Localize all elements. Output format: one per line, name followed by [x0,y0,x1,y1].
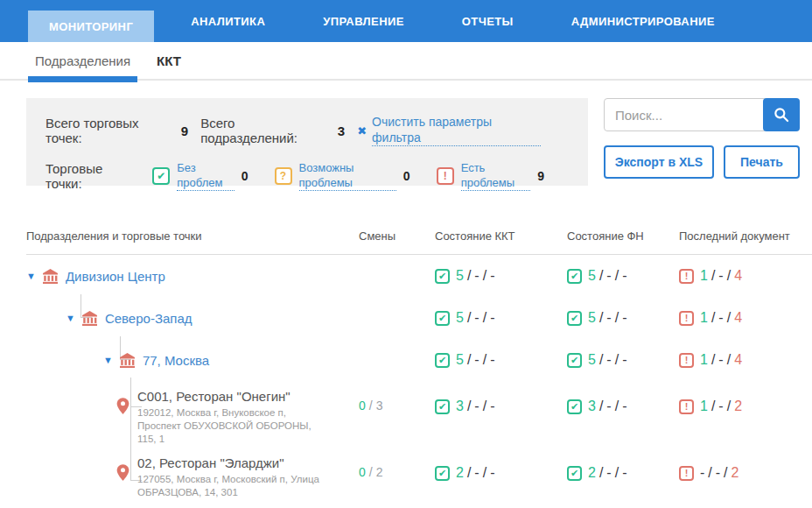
fn-ok-icon: ✔ [567,466,582,481]
location-pin-icon [116,396,130,416]
clear-filter-link[interactable]: ✖ Очистить параметры фильтра [357,115,541,146]
fn-warn-count: - [606,310,611,326]
collapse-triangle-icon[interactable]: ▼ [103,355,113,365]
fn-warn-count: - [606,268,611,284]
outlet-address: 127055, Москва г, Московский п, Улица ОБ… [137,473,326,499]
tab-divisions[interactable]: Подразделения [28,42,137,79]
chip-warning-label: Возможны проблемы [299,161,396,191]
fn-ok-count: 2 [588,465,596,481]
nav-tab-monitoring[interactable]: МОНИТОРИНГ [28,11,154,42]
kkt-err-count: - [490,352,494,368]
fn-ok-count: 5 [588,268,596,284]
doc-warn-count: - [718,268,723,284]
kkt-ok-count: 3 [456,399,464,414]
fn-ok-icon: ✔ [567,311,582,326]
fn-warn-count: - [606,352,611,368]
kkt-ok-count: 5 [456,268,464,284]
fn-err-count: - [622,399,626,414]
kkt-err-count: - [490,399,494,414]
fn-err-count: - [622,310,626,326]
shifts-total-count: 2 [376,465,383,479]
filter-panel: Всего торговых точек: 9 Всего подразделе… [26,98,588,186]
search-input[interactable] [604,98,767,131]
kkt-ok-icon: ✔ [435,466,450,481]
nav-tab-reports[interactable]: ОТЧЕТЫ [441,0,535,42]
division-link[interactable]: Дивизион Центр [66,269,165,284]
doc-err-count: 4 [734,352,742,368]
monitoring-table: Подразделения и торговые точки Смены Сос… [0,229,812,508]
kkt-ok-icon: ✔ [435,399,450,414]
nav-tab-administration[interactable]: АДМИНИСТРИРОВАНИЕ [550,0,736,42]
col-kkt-state: Состояние ККТ [435,229,567,243]
table-row: ▼ 77, Москва ✔ 5/-/- ✔ 5/-/- ! 1/-/4 [26,339,812,381]
doc-ok-count: - [700,465,704,481]
doc-ok-count: 1 [700,399,708,414]
location-pin-icon [116,462,130,483]
table-row: ▼ Северо-Запад ✔ 5/-/- ✔ 5/-/- ! 1/-/4 [26,297,812,339]
doc-ok-count: 1 [700,310,708,326]
points-filter-label: Торговые точки: [46,161,133,191]
kkt-err-count: - [490,268,494,284]
search-button[interactable] [763,98,800,131]
kkt-ok-icon: ✔ [435,353,450,368]
table-row: 02, Ресторан "Эларджи" 127055, Москва г,… [26,448,812,508]
col-last-document: Последний документ [679,229,812,243]
doc-warn-count: - [718,310,723,326]
chip-problems-count: 9 [537,169,544,183]
kkt-ok-icon: ✔ [435,269,450,284]
clear-x-icon: ✖ [357,124,367,138]
fn-warn-count: - [606,465,611,481]
nav-tab-management[interactable]: УПРАВЛЕНИЕ [302,0,425,42]
table-header: Подразделения и торговые точки Смены Сос… [26,229,812,255]
col-fn-state: Состояние ФН [567,229,679,243]
division-link[interactable]: 77, Москва [143,353,209,368]
print-button[interactable]: Печать [724,145,800,179]
chip-ok-count: 0 [242,169,248,183]
fn-ok-count: 5 [588,310,596,326]
col-divisions: Подразделения и торговые точки [26,229,359,243]
filter-chip-ok[interactable]: ✔ Без проблем 0 [152,161,248,191]
division-building-icon [81,311,98,326]
top-nav: МОНИТОРИНГ АНАЛИТИКА УПРАВЛЕНИЕ ОТЧЕТЫ А… [0,0,812,42]
exclamation-icon: ! [437,167,454,185]
fn-ok-count: 5 [588,352,596,368]
filter-chip-warning[interactable]: ? Возможны проблемы 0 [275,161,410,191]
doc-problem-icon: ! [679,353,694,368]
total-divisions-value: 3 [338,123,345,138]
kkt-warn-count: - [474,399,479,414]
doc-ok-count: 1 [700,268,708,284]
tab-kkt[interactable]: ККТ [150,42,188,79]
fn-ok-icon: ✔ [567,399,582,414]
kkt-err-count: - [490,310,494,326]
kkt-ok-count: 5 [456,310,464,326]
sub-tabs: Подразделения ККТ [0,42,812,81]
kkt-ok-count: 5 [456,352,464,368]
export-xls-button[interactable]: Экспорт в XLS [604,145,714,179]
outlet-name[interactable]: C001, Ресторан "Онегин" [137,389,326,404]
fn-ok-icon: ✔ [567,353,582,368]
toolbar: Всего торговых точек: 9 Всего подразделе… [26,98,800,186]
doc-err-count: 4 [734,268,742,284]
shifts-closed-count: 0 [359,399,366,413]
chip-problems-label: Есть проблемы [461,161,531,191]
outlet-address: 192012, Москва г, Внуковское п, Проспект… [137,406,326,446]
total-points-value: 9 [181,123,188,138]
filter-chip-problems[interactable]: ! Есть проблемы 9 [437,161,544,191]
outlet-name[interactable]: 02, Ресторан "Эларджи" [137,455,326,470]
nav-tab-analytics[interactable]: АНАЛИТИКА [170,0,286,42]
doc-problem-icon: ! [679,311,694,326]
check-icon: ✔ [152,167,170,185]
doc-warn-count: - [718,352,723,368]
doc-err-count: 2 [734,399,742,414]
table-row: ▼ Дивизион Центр ✔ 5/-/- ✔ 5/-/- ! 1/-/4 [26,255,812,297]
kkt-ok-icon: ✔ [435,311,450,326]
collapse-triangle-icon[interactable]: ▼ [26,271,36,281]
chip-warning-count: 0 [403,169,410,183]
division-link[interactable]: Северо-Запад [105,311,192,326]
fn-err-count: - [622,352,626,368]
search-actions: Экспорт в XLS Печать [604,98,800,186]
doc-err-count: 4 [734,310,742,326]
collapse-triangle-icon[interactable]: ▼ [66,313,75,323]
shifts-total-count: 3 [376,399,383,413]
doc-err-count: 2 [732,465,739,481]
